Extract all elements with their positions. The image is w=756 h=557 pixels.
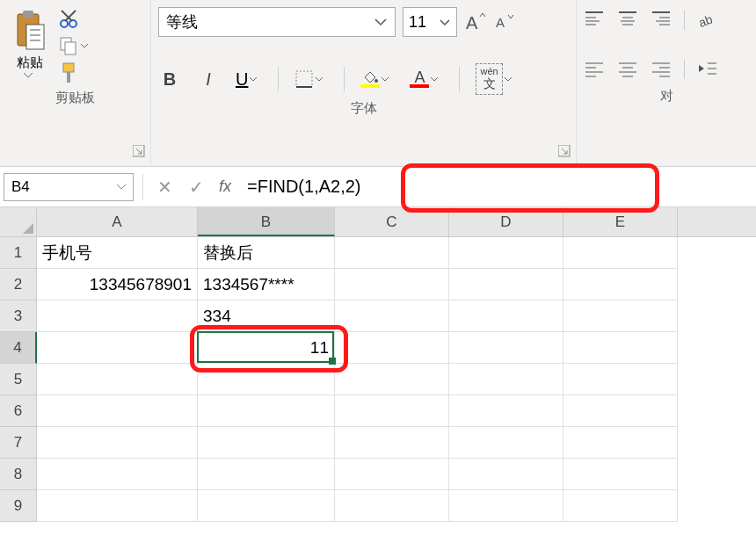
- row-header[interactable]: 9: [0, 490, 37, 522]
- phonetic-button[interactable]: wén 文: [476, 63, 516, 95]
- cell[interactable]: 1334567****: [198, 269, 335, 300]
- cell[interactable]: [449, 364, 563, 395]
- underline-button[interactable]: U: [236, 69, 262, 90]
- cell[interactable]: [37, 395, 198, 427]
- align-top-right-icon[interactable]: [651, 11, 672, 28]
- cell[interactable]: [198, 427, 335, 459]
- cell[interactable]: [37, 427, 198, 459]
- svg-text:ab: ab: [697, 12, 715, 28]
- column-header[interactable]: A: [37, 207, 198, 236]
- cell[interactable]: [335, 395, 449, 427]
- decrease-indent-icon[interactable]: [697, 60, 718, 77]
- font-size-select[interactable]: 11: [403, 7, 457, 37]
- svg-rect-11: [65, 42, 76, 54]
- scissors-icon[interactable]: [58, 9, 79, 30]
- column-header[interactable]: D: [449, 207, 563, 236]
- dialog-launcher-icon[interactable]: [133, 145, 145, 157]
- align-top-center-icon[interactable]: [617, 11, 638, 28]
- cell[interactable]: [449, 490, 563, 522]
- row-header[interactable]: 3: [0, 300, 37, 332]
- cell[interactable]: 手机号: [37, 237, 198, 269]
- svg-rect-2: [26, 25, 44, 49]
- align-top-left-icon[interactable]: [584, 11, 605, 28]
- copy-icon[interactable]: [58, 35, 79, 56]
- cell[interactable]: 替换后: [198, 237, 335, 269]
- grow-font-icon[interactable]: A: [464, 11, 487, 33]
- row-header[interactable]: 4: [0, 332, 37, 364]
- borders-button[interactable]: [294, 69, 328, 89]
- cell[interactable]: [335, 269, 449, 300]
- cell[interactable]: [563, 269, 678, 300]
- fill-color-button[interactable]: [360, 70, 394, 88]
- cell[interactable]: [449, 237, 563, 269]
- formula-input[interactable]: =FIND(1,A2,2): [238, 177, 756, 197]
- cell[interactable]: [37, 364, 198, 395]
- cell[interactable]: [449, 427, 563, 459]
- cell[interactable]: [563, 364, 678, 395]
- bold-button[interactable]: B: [158, 69, 181, 90]
- cell[interactable]: [335, 237, 449, 269]
- cell[interactable]: [563, 300, 678, 332]
- fx-label[interactable]: fx: [212, 177, 238, 196]
- row-header[interactable]: 6: [0, 395, 37, 427]
- chevron-down-icon: [431, 77, 443, 82]
- name-box[interactable]: B4: [4, 173, 134, 201]
- cell[interactable]: [198, 459, 335, 490]
- font-name-select[interactable]: 等线: [158, 7, 396, 37]
- cell[interactable]: [563, 427, 678, 459]
- cell[interactable]: 334: [198, 300, 335, 332]
- column-header[interactable]: E: [563, 207, 678, 236]
- cell[interactable]: [563, 237, 678, 269]
- align-center-icon[interactable]: [617, 60, 638, 77]
- column-header[interactable]: B: [198, 207, 335, 236]
- cell[interactable]: [449, 269, 563, 300]
- cell[interactable]: [335, 459, 449, 490]
- row-header[interactable]: 2: [0, 269, 37, 300]
- cell[interactable]: [198, 395, 335, 427]
- cell[interactable]: [335, 427, 449, 459]
- cell[interactable]: 11: [198, 332, 335, 364]
- cell[interactable]: [335, 490, 449, 522]
- cell[interactable]: [335, 300, 449, 332]
- cell[interactable]: [563, 490, 678, 522]
- svg-point-6: [61, 20, 68, 27]
- font-color-button[interactable]: A: [410, 70, 443, 88]
- cell[interactable]: [198, 364, 335, 395]
- align-left-icon[interactable]: [584, 60, 605, 77]
- row-header[interactable]: 7: [0, 427, 37, 459]
- cell[interactable]: 13345678901: [37, 269, 198, 300]
- spreadsheet-grid[interactable]: ABCDE 123456789 手机号替换后133456789011334567…: [0, 207, 756, 522]
- cancel-formula-button[interactable]: ✕: [149, 177, 180, 198]
- cell[interactable]: [198, 490, 335, 522]
- chevron-down-icon: [439, 18, 451, 25]
- cell[interactable]: [37, 300, 198, 332]
- row-header[interactable]: 8: [0, 459, 37, 490]
- cell[interactable]: [449, 459, 563, 490]
- cell[interactable]: [449, 332, 563, 364]
- cell[interactable]: [335, 364, 449, 395]
- paste-button[interactable]: 粘贴: [7, 7, 53, 84]
- cell[interactable]: [37, 490, 198, 522]
- cell[interactable]: [563, 395, 678, 427]
- accept-formula-button[interactable]: ✓: [180, 177, 212, 198]
- cell[interactable]: [335, 332, 449, 364]
- cell[interactable]: [563, 459, 678, 490]
- group-label-font: 字体: [158, 95, 569, 124]
- shrink-font-icon[interactable]: A: [494, 11, 517, 33]
- align-right-icon[interactable]: [651, 60, 672, 77]
- row-header[interactable]: 1: [0, 237, 37, 269]
- cell[interactable]: [449, 395, 563, 427]
- format-painter-icon[interactable]: [58, 61, 79, 84]
- dialog-launcher-icon[interactable]: [558, 145, 571, 157]
- row-header[interactable]: 5: [0, 364, 37, 395]
- orientation-icon[interactable]: ab: [697, 11, 718, 28]
- cell[interactable]: [563, 332, 678, 364]
- cell[interactable]: [37, 332, 198, 364]
- chevron-down-icon: [382, 77, 394, 82]
- select-all-corner[interactable]: [0, 207, 37, 236]
- cell[interactable]: [37, 459, 198, 490]
- column-header[interactable]: C: [335, 207, 449, 236]
- paste-label: 粘贴: [17, 54, 43, 71]
- italic-button[interactable]: I: [197, 69, 220, 90]
- cell[interactable]: [449, 300, 563, 332]
